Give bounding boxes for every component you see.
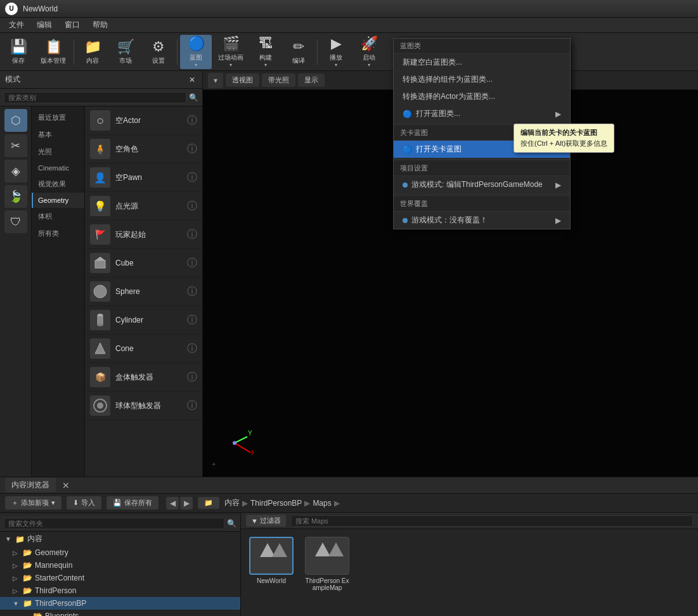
icon-btn-0[interactable]: ⬡ [4,109,27,132]
tree-search-input[interactable] [4,518,224,529]
nav-forward[interactable]: ▶ [180,497,193,510]
icon-btn-4[interactable]: 🛡 [4,210,27,233]
dot-icon-2 [403,218,408,223]
item-info-9[interactable]: ⓘ [187,371,197,384]
save-all-btn[interactable]: 💾 保存所有 [107,496,158,510]
list-item-7[interactable]: Cylinder ⓘ [85,306,202,335]
vp-perspective[interactable]: 透视图 [226,74,259,87]
toolbar-cinematic[interactable]: 🎬 过场动画 ▾ [213,35,249,69]
content-search-input[interactable] [291,515,693,527]
breadcrumb-maps[interactable]: Maps [313,499,331,508]
import-btn[interactable]: ⬇ 导入 [67,496,101,510]
toolbar-market[interactable]: 🛒 市场 [110,35,141,69]
dropdown-convert-actor[interactable]: 转换选择的Actor为蓝图类... [394,88,570,105]
list-item-9[interactable]: 📦 盒体触发器 ⓘ [85,363,202,392]
cat-cinematic[interactable]: Cinematic [32,160,84,176]
toolbar-version[interactable]: 📋 版本管理 [36,35,71,69]
dropdown-new-blueprint[interactable]: 新建空白蓝图类... [394,54,570,71]
list-item-2[interactable]: 👤 空Pawn ⓘ [85,164,202,192]
tree-search-icon: 🔍 [227,519,236,528]
launch-icon: 🚀 [361,35,378,52]
viewport-dropdown-arrow[interactable]: ▾ [208,73,223,88]
item-name-0: 空Actor [115,115,141,126]
tree-item-thirdperson[interactable]: ▷ 📂 ThirdPerson [0,584,240,597]
toolbar-launch[interactable]: 🚀 启动 ▾ [353,35,385,69]
cat-lighting[interactable]: 光照 [32,143,84,160]
tree-item-mannequin[interactable]: ▷ 📂 Mannequin [0,559,240,572]
examplemap-label: ThirdPerson ExampleMap [304,577,350,591]
cat-all[interactable]: 所有类 [32,225,84,242]
list-item-0[interactable]: ○ 空Actor ⓘ [85,106,202,135]
icon-btn-1[interactable]: ✂ [4,134,27,157]
content-browser-tab[interactable]: 内容浏览器 [5,478,56,492]
item-info-1[interactable]: ⓘ [187,143,197,156]
list-item-5[interactable]: Cube ⓘ [85,249,202,278]
menu-help[interactable]: 帮助 [86,18,114,32]
place-panel-close[interactable]: ✕ [187,75,197,85]
toolbar-play[interactable]: ▶ 播放 ▾ [320,35,352,69]
dropdown-open-blueprint[interactable]: 🔵 打开蓝图类... ▶ [394,105,570,122]
breadcrumb-thirdbp[interactable]: ThirdPersonBP [250,499,302,508]
nav-back[interactable]: ◀ [166,497,179,510]
cat-basic[interactable]: 基本 [32,126,84,143]
list-item-6[interactable]: Sphere ⓘ [85,278,202,306]
item-info-8[interactable]: ⓘ [187,342,197,356]
item-info-7[interactable]: ⓘ [187,314,197,327]
icon-btn-3[interactable]: 🍃 [4,185,27,208]
browse-content-btn[interactable]: 📁 [198,497,219,509]
cinematic-icon: 🎬 [223,35,240,52]
vp-show[interactable]: 显示 [298,74,325,87]
toolbar-content[interactable]: 📁 内容 [77,35,108,69]
tree-item-starter[interactable]: ▷ 📂 StarterContent [0,572,240,584]
list-item-3[interactable]: 💡 点光源 ⓘ [85,192,202,221]
content-item-examplemap[interactable]: ThirdPerson ExampleMap [302,534,352,594]
window-title: NewWorld [23,4,58,13]
list-item-8[interactable]: Cone ⓘ [85,335,202,363]
content-icon: 📁 [84,39,101,55]
items-list: ○ 空Actor ⓘ 🧍 空角色 ⓘ 👤 空Pawn [85,106,202,477]
toolbar-build[interactable]: 🏗 构建 ▾ [250,35,281,69]
dropdown-section-blueprint-class: 蓝图类 [394,39,570,54]
toolbar-compile[interactable]: ✏ 编译 [283,35,314,69]
item-info-2[interactable]: ⓘ [187,171,197,184]
add-new-btn[interactable]: ＋ 添加新项 ▾ [5,496,61,510]
blueprint-icon-small: 🔵 [403,110,412,119]
item-info-3[interactable]: ⓘ [187,200,197,213]
dropdown-convert-component[interactable]: 转换选择的组件为蓝图类... [394,71,570,88]
menu-file[interactable]: 文件 [3,18,30,32]
item-info-5[interactable]: ⓘ [187,257,197,270]
dropdown-game-mode-edit[interactable]: 游戏模式: 编辑ThirdPersonGameMode ▶ [394,176,570,193]
menu-bar: 文件 编辑 窗口 帮助 [0,18,698,33]
blueprint-icon-level: 🔵 [403,145,412,154]
toolbar-blueprint[interactable]: 🔵 蓝图 ▾ [180,35,212,69]
content-browser-close[interactable]: ✕ [61,480,71,491]
toolbar-save[interactable]: 💾 保存 [3,35,34,69]
menu-window[interactable]: 窗口 [58,18,86,32]
tree-item-content[interactable]: ▼ 📁 内容 [0,532,240,546]
item-icon-5 [90,253,110,273]
cat-geometry[interactable]: Geometry [32,193,84,208]
icon-btn-2[interactable]: ◈ [4,160,27,183]
breadcrumb-content[interactable]: 内容 [224,497,240,508]
filter-btn[interactable]: ▼ 过滤器 [246,515,286,527]
list-item-10[interactable]: 球体型触发器 ⓘ [85,392,202,420]
tree-item-blueprints[interactable]: 📂 Blueprints [0,610,240,616]
vp-lighting[interactable]: 带光照 [262,74,295,87]
tree-item-geometry[interactable]: ▷ 📂 Geometry [0,546,240,559]
save-all-icon: 💾 [113,499,122,507]
cat-volume[interactable]: 体积 [32,208,84,225]
cat-visual[interactable]: 视觉效果 [32,176,84,193]
tree-item-thirdbp[interactable]: ▼ 📁 ThirdPersonBP [0,597,240,610]
list-item-4[interactable]: 🚩 玩家起始 ⓘ [85,221,202,249]
menu-edit[interactable]: 编辑 [30,18,58,32]
list-item-1[interactable]: 🧍 空角色 ⓘ [85,135,202,164]
dropdown-game-mode-none[interactable]: 游戏模式：没有覆盖！ ▶ [394,212,570,229]
panel-search-input[interactable] [4,92,186,103]
cat-recent[interactable]: 最近放置 [32,109,84,126]
item-info-10[interactable]: ⓘ [187,399,197,413]
content-item-newworld[interactable]: NewWorld [246,534,297,594]
toolbar-settings[interactable]: ⚙ 设置 [143,35,174,69]
item-info-4[interactable]: ⓘ [187,228,197,241]
item-info-6[interactable]: ⓘ [187,285,197,298]
item-info-0[interactable]: ⓘ [187,114,197,127]
